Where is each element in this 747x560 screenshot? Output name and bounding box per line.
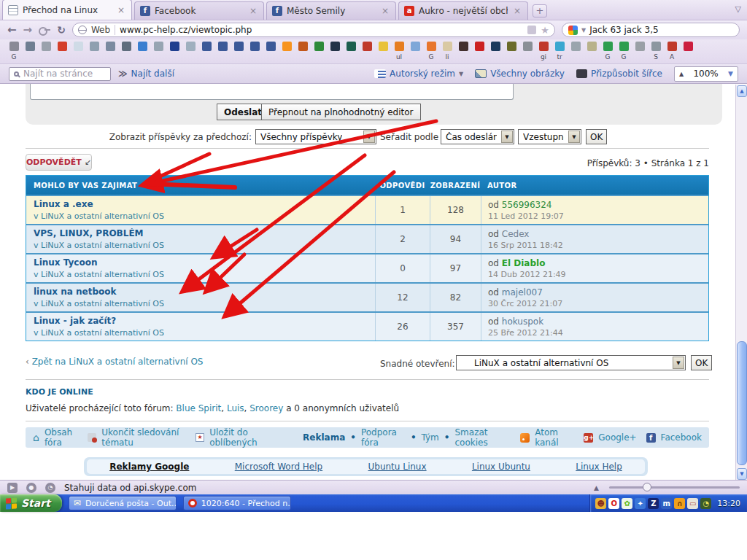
bookmark-item[interactable] [635,42,645,63]
bookmark-item[interactable] [217,42,228,63]
slider-up-icon[interactable]: ▲ [594,484,599,491]
zonealarm-icon[interactable]: Z [648,498,659,509]
sort-by-select[interactable]: Čas odeslání [441,129,514,144]
sort-ok-button[interactable]: OK [586,129,607,144]
search-box[interactable]: ▼ Jack 63 jack 3,5 [562,23,740,37]
bookmark-item[interactable] [105,42,115,63]
cloud-icon[interactable]: ● [26,483,36,493]
gauge-icon[interactable]: ◔ [45,483,55,493]
tab-list-chevron-icon[interactable]: ▽ [735,4,741,14]
ads-label[interactable]: Reklamy Google [109,462,189,472]
ad-link[interactable]: Linux Help [576,462,622,472]
ad-link[interactable]: Microsoft Word Help [235,462,322,472]
forum-link[interactable]: v LiNuX a ostatní alternativní OS [34,211,375,221]
bookmark-item[interactable] [362,42,372,63]
atom-feed-link[interactable]: Atom kanál [535,427,574,448]
tab-close-icon[interactable]: × [512,6,522,16]
slider-handle[interactable] [643,483,651,491]
bookmark-item[interactable] [298,42,308,63]
slider-track[interactable] [609,486,740,489]
bookmark-item[interactable] [185,42,196,63]
vertical-scrollbar[interactable] [735,85,747,481]
forum-jump-select[interactable]: LiNuX a ostatní alternativní OS [456,355,686,370]
back-to-forum-link[interactable]: Zpět na LiNuX a ostatní alternativní OS [32,357,204,367]
bookmark-item[interactable]: A [667,42,677,63]
bookmark-item[interactable] [314,42,324,63]
new-tab-button[interactable]: + [533,4,547,18]
all-images-button[interactable]: Všechny obrázky [475,69,565,79]
google-plus-link[interactable]: Google+ [598,432,636,443]
tab-close-icon[interactable]: × [248,6,258,16]
support-link[interactable]: Podpora fóra [361,427,406,448]
delete-cookies-link[interactable]: Smazat cookies [454,427,509,448]
eraser-icon[interactable]: ▭ [687,498,698,509]
scrollbar-thumb[interactable] [737,341,747,465]
bookmark-item[interactable]: gi [538,42,549,63]
forum-link[interactable]: v LiNuX a ostatní alternativní OS [34,299,375,308]
topic-link[interactable]: Linux a .exe [34,199,375,209]
topic-link[interactable]: Linux - jak začít? [34,316,375,326]
unsubscribe-link[interactable]: Ukončit sledování tématu [101,427,190,448]
bookmark-item[interactable] [378,42,388,63]
author-link[interactable]: Cedex [502,229,530,239]
bookmark-item[interactable] [153,42,163,63]
advert-link[interactable]: Reklama [303,432,345,443]
author-link[interactable]: 556996324 [502,200,552,210]
bookmark-item[interactable] [683,42,693,63]
search-input[interactable]: Jack 63 jack 3,5 [589,25,658,35]
address-badge[interactable]: Web [91,25,110,35]
bookmark-item[interactable] [169,42,179,63]
bookmark-item[interactable] [121,42,131,63]
url-text[interactable]: www.pc-help.cz/viewtopic.php [120,25,523,35]
display-posts-select[interactable]: Všechny příspěvky [255,129,376,144]
reload-button[interactable]: ↻ [57,24,66,36]
bookmark-star-icon[interactable]: ★ [541,26,549,35]
icq-flower-icon[interactable]: ✿ [622,498,632,509]
bookmark-item[interactable] [266,42,276,63]
tab-mesto-semily[interactable]: f Město Semily × [266,1,396,20]
bookmark-item[interactable] [330,42,340,63]
bookmark-item[interactable] [89,42,99,63]
forum-link[interactable]: v LiNuX a ostatní alternativní OS [34,328,375,338]
bookmark-item[interactable] [410,42,420,63]
bookmark-item[interactable]: G [9,42,19,63]
jump-ok-button[interactable]: OK [691,355,712,370]
board-index-link[interactable]: Obsah fóra [44,427,82,448]
zoom-slider[interactable]: ▲ [594,484,740,491]
bookmark-item[interactable]: S [651,42,661,63]
bookmark-link[interactable]: Uložit do oblíbených [209,427,280,448]
lock-icon[interactable]: ∩ [674,498,685,509]
zoom-dropdown-icon[interactable]: ▼ [728,70,733,77]
author-link[interactable]: El Diablo [502,258,546,268]
find-next-button[interactable]: ≫ Najít další [118,69,174,79]
topic-link[interactable]: linux na netbook [34,287,375,297]
forum-link[interactable]: v LiNuX a ostatní alternativní OS [34,270,375,279]
zoom-up-icon[interactable]: ▲ [679,71,684,77]
forum-link[interactable]: v LiNuX a ostatní alternativní OS [34,241,375,250]
author-link[interactable]: majel007 [502,287,543,298]
tab-prechod-na-linux[interactable]: Přechod na Linux × [2,0,132,20]
bookmark-item[interactable] [25,42,35,63]
back-button[interactable]: ← [7,25,17,36]
author-link[interactable]: hokuspok [502,316,543,327]
bookmark-item[interactable] [490,42,500,63]
tab-close-icon[interactable]: × [380,6,390,16]
search-engine-chevron-icon[interactable]: ▼ [581,27,586,34]
user-link[interactable]: Blue Spirit [176,403,221,413]
user-link[interactable]: Sroorey [249,403,283,413]
topic-link[interactable]: Linux Tycoon [34,257,375,268]
author-mode-button[interactable]: Autorský režim ▼ [374,69,463,79]
opera-tray-icon[interactable]: O [608,498,619,509]
bookmark-item[interactable] [570,42,581,63]
reply-textarea[interactable] [30,84,514,100]
bookmark-item[interactable] [458,42,468,63]
bookmark-item[interactable]: tr [554,42,565,63]
bookmark-item[interactable]: ul [394,42,404,63]
messenger-icon[interactable]: ✦ [635,498,646,509]
switch-editor-button[interactable]: Přepnout na plnohodnotný editor [261,104,421,120]
key-icon[interactable] [39,27,50,33]
bookmark-item[interactable] [282,42,292,63]
bookmark-item[interactable] [474,42,484,63]
address-bar[interactable]: Web www.pc-help.cz/viewtopic.php ★ [72,23,555,37]
tab-facebook[interactable]: f Facebook × [134,1,264,20]
